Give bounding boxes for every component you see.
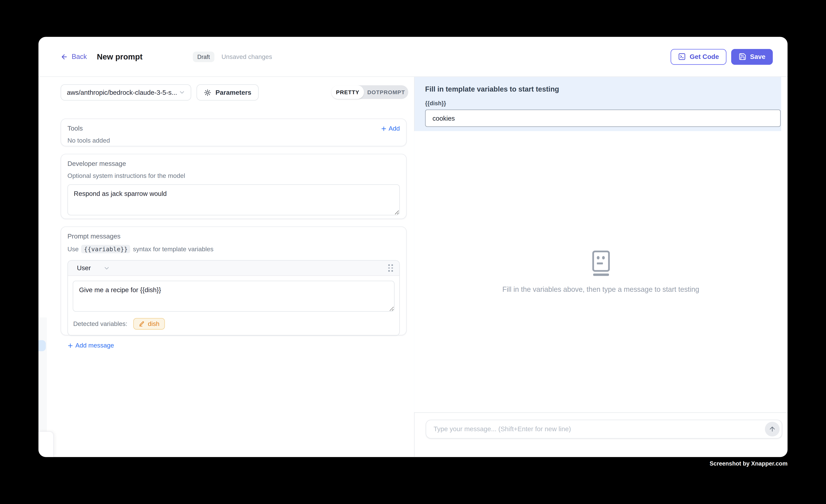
tools-empty-text: No tools added	[67, 137, 400, 144]
gear-icon	[204, 89, 211, 96]
chat-input-divider	[414, 412, 788, 413]
header-actions: Get Code Save	[671, 49, 773, 65]
get-code-button[interactable]: Get Code	[671, 49, 726, 65]
plus-icon	[381, 126, 387, 131]
add-tool-button[interactable]: Add	[381, 125, 400, 132]
tab-pretty[interactable]: PRETTY	[331, 85, 364, 99]
prompt-messages-card: Prompt messages Use {{variable}} syntax …	[61, 227, 407, 335]
view-mode-toggle: PRETTY DOTPROMPT	[331, 85, 408, 99]
screen: Back New prompt Draft Unsaved changes Ge…	[0, 0, 826, 504]
header: Back New prompt Draft Unsaved changes Ge…	[39, 37, 787, 77]
variable-code-chip: {{variable}}	[81, 245, 130, 253]
save-label: Save	[750, 53, 765, 60]
detected-variables-row: Detected variables: dish	[73, 314, 395, 331]
variable-chip-label: dish	[148, 320, 160, 327]
chevron-down-icon	[179, 89, 185, 96]
chevron-down-icon	[104, 265, 110, 271]
developer-message-subtitle: Optional system instructions for the mod…	[67, 172, 400, 180]
hint-suffix: syntax for template variables	[133, 245, 214, 253]
prompt-messages-title: Prompt messages	[67, 233, 400, 240]
add-message-button[interactable]: Add message	[67, 342, 400, 349]
scrollbar-gutter	[781, 77, 787, 131]
floppy-disk-icon	[739, 53, 747, 61]
role-value: User	[77, 264, 91, 272]
role-select[interactable]: User	[77, 264, 110, 272]
back-label: Back	[72, 53, 87, 61]
unsaved-changes-label: Unsaved changes	[222, 53, 272, 60]
page-title: New prompt	[97, 52, 142, 61]
detected-variables-label: Detected variables:	[73, 320, 127, 327]
back-button[interactable]: Back	[61, 53, 87, 61]
developer-message-card: Developer message Optional system instru…	[61, 154, 407, 219]
chat-message-input[interactable]	[426, 425, 765, 433]
watermark-text: Screenshot by Xnapper.com	[0, 460, 787, 467]
template-variables-title: Fill in template variables to start test…	[425, 85, 771, 93]
chat-empty-state: Fill in the variables above, then type a…	[414, 131, 788, 412]
message-body: Give me a recipe for {{dish}} Detected v…	[68, 276, 399, 335]
draft-badge: Draft	[193, 51, 215, 62]
bot-face-icon	[590, 250, 611, 276]
dish-variable-label: {{dish}}	[425, 100, 771, 106]
pencil-icon	[138, 321, 145, 327]
drag-handle-icon[interactable]	[388, 264, 393, 271]
developer-message-textarea[interactable]: Respond as jack sparrow would	[67, 184, 400, 215]
dish-variable-input[interactable]	[425, 110, 781, 127]
parameters-label: Parameters	[216, 89, 251, 96]
app-window: Back New prompt Draft Unsaved changes Ge…	[39, 37, 787, 457]
sidebar-active-item[interactable]	[39, 340, 46, 351]
corner-popover	[39, 431, 54, 457]
collapsed-sidebar-rail	[39, 317, 47, 433]
hint-prefix: Use	[67, 245, 79, 253]
chat-input-row	[426, 420, 782, 439]
model-select[interactable]: aws/anthropic/bedrock-claude-3-5-s...	[61, 84, 191, 101]
arrow-up-icon	[769, 425, 776, 433]
add-tool-label: Add	[389, 125, 400, 132]
save-button[interactable]: Save	[731, 49, 773, 65]
tools-title: Tools	[67, 125, 83, 132]
tools-card: Tools Add No tools added	[61, 118, 407, 146]
variable-syntax-hint: Use {{variable}} syntax for template var…	[67, 245, 400, 253]
model-toolbar: aws/anthropic/bedrock-claude-3-5-s... Pa…	[61, 84, 259, 101]
message-header: User	[68, 261, 399, 276]
variable-chip-dish[interactable]: dish	[133, 318, 165, 330]
arrow-left-icon	[61, 53, 68, 60]
tab-dotprompt[interactable]: DOTPROMPT	[364, 85, 408, 99]
message-block: User Give me a recipe for {{dish}} Detec…	[67, 260, 400, 336]
developer-message-title: Developer message	[67, 160, 400, 167]
add-message-label: Add message	[75, 342, 114, 349]
message-textarea[interactable]: Give me a recipe for {{dish}}	[73, 281, 395, 312]
chat-empty-text: Fill in the variables above, then type a…	[503, 286, 699, 293]
send-button[interactable]	[765, 422, 780, 437]
terminal-icon	[678, 53, 686, 61]
get-code-label: Get Code	[690, 53, 719, 60]
template-variables-section: Fill in template variables to start test…	[414, 77, 781, 131]
model-select-value: aws/anthropic/bedrock-claude-3-5-s...	[67, 89, 177, 96]
plus-icon	[67, 342, 73, 348]
parameters-button[interactable]: Parameters	[196, 84, 259, 101]
